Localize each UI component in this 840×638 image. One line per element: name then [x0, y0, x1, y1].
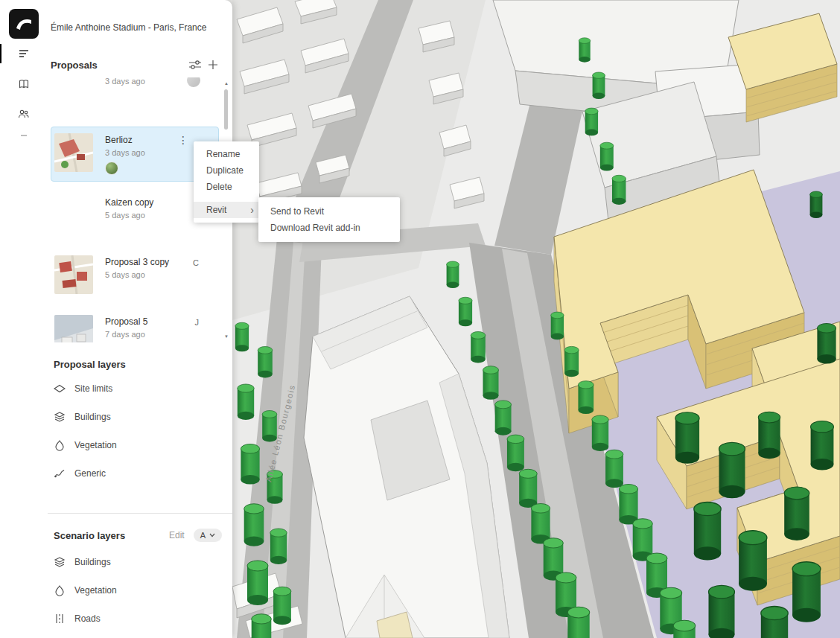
- layer-label: Vegetation: [74, 440, 117, 450]
- layer-label: Generic: [74, 468, 106, 479]
- scrollbar-thumb[interactable]: [224, 89, 228, 130]
- proposal-time: 3 days ago: [105, 148, 145, 157]
- left-panel: Émile Anthoine Stadium - Paris, France P…: [0, 0, 232, 638]
- scroll-down-icon[interactable]: ▼: [223, 334, 229, 339]
- vegetation-icon: [54, 584, 66, 596]
- proposals-title: Proposals: [51, 60, 186, 71]
- proposal-time: 3 days ago: [105, 77, 145, 86]
- proposal-info: 3 days ago: [105, 77, 145, 112]
- filter-icon[interactable]: [186, 57, 204, 73]
- buildings-icon: [54, 556, 66, 568]
- roads-icon: [54, 613, 66, 625]
- proposal-name: Proposal 5: [105, 316, 147, 327]
- chevron-right-icon: ›: [250, 202, 254, 218]
- proposal-name: Proposal 3 copy: [105, 257, 169, 267]
- proposal-layers-list: Site limits Buildings Vegetation Generic: [48, 374, 232, 488]
- project-title: Émile Anthoine Stadium - Paris, France: [48, 0, 232, 33]
- scenario-selector-value: A: [200, 531, 206, 540]
- rail-item-collaboration[interactable]: [0, 99, 48, 129]
- buildings-icon: [54, 411, 66, 423]
- layer-label: Vegetation: [74, 585, 117, 596]
- proposal-name: Kaizen copy: [105, 197, 153, 208]
- proposal-thumbnail: [54, 77, 93, 112]
- scroll-up-icon[interactable]: ▲: [223, 80, 229, 86]
- menu-item-revit-label: Revit: [206, 202, 226, 218]
- proposal-thumbnail: [54, 315, 93, 342]
- proposal-item-proposal-5[interactable]: Proposal 5 7 days ago J: [51, 308, 219, 342]
- proposal-layers-title: Proposal layers: [54, 359, 232, 370]
- proposal-time: 7 days ago: [105, 330, 147, 339]
- scenario-layer-vegetation[interactable]: Vegetation: [48, 576, 232, 604]
- proposal-name: Berlioz: [105, 135, 145, 145]
- rail-item-more[interactable]: [0, 125, 48, 146]
- site-limits-icon: [54, 383, 66, 395]
- layer-label: Buildings: [74, 557, 111, 567]
- proposal-thumbnail: [54, 255, 93, 294]
- context-menu: Rename Duplicate Delete Revit ›: [194, 141, 259, 223]
- rail-item-proposals[interactable]: [0, 39, 48, 68]
- scenario-layer-roads[interactable]: Roads: [48, 604, 232, 633]
- avatar: [105, 162, 118, 175]
- menu-item-send-to-revit[interactable]: Send to Revit: [258, 203, 400, 220]
- layer-label: Roads: [74, 613, 101, 624]
- proposal-info: Berlioz 3 days ago: [105, 133, 145, 175]
- city-scene: Allée Léon Bourgeois: [232, 0, 840, 638]
- proposals-header: Proposals: [51, 57, 222, 73]
- scenario-layers-title: Scenario layers: [54, 530, 169, 541]
- proposal-thumbnail: [54, 196, 93, 235]
- menu-item-rename[interactable]: Rename: [194, 146, 259, 162]
- chevron-down-icon: [209, 533, 215, 537]
- add-proposal-button[interactable]: [204, 57, 222, 73]
- layer-vegetation[interactable]: Vegetation: [48, 431, 232, 459]
- proposal-item-proposal-3-copy[interactable]: Proposal 3 copy 5 days ago C: [51, 249, 219, 301]
- forma-logo[interactable]: [9, 9, 39, 39]
- menu-item-revit[interactable]: Revit ›: [194, 202, 259, 218]
- menu-item-download-revit-addin[interactable]: Download Revit add-in: [258, 220, 400, 236]
- scenario-layer-buildings[interactable]: Buildings: [48, 548, 232, 576]
- edit-scenario-button[interactable]: Edit: [169, 530, 185, 540]
- revit-submenu: Send to Revit Download Revit add-in: [258, 197, 400, 242]
- nav-rail: [0, 0, 48, 638]
- menu-item-delete[interactable]: Delete: [194, 179, 259, 195]
- generic-icon: [54, 468, 66, 479]
- proposal-thumbnail: [54, 133, 93, 172]
- layer-site-limits[interactable]: Site limits: [48, 374, 232, 403]
- layer-buildings[interactable]: Buildings: [48, 403, 232, 431]
- scenario-selector[interactable]: A: [194, 529, 222, 542]
- proposal-info: Proposal 5 7 days ago: [105, 315, 147, 342]
- rail-item-library[interactable]: [0, 69, 48, 99]
- layer-label: Site limits: [74, 383, 112, 394]
- scenario-layers-list: Buildings Vegetation Roads: [48, 548, 232, 633]
- menu-item-duplicate[interactable]: Duplicate: [194, 162, 259, 179]
- collaborator-badge: J: [195, 318, 200, 327]
- proposals-panel: Émile Anthoine Stadium - Paris, France P…: [48, 0, 232, 638]
- more-options-icon[interactable]: ⋮: [178, 135, 188, 145]
- proposal-info: Kaizen copy 5 days ago: [105, 196, 153, 235]
- proposal-item[interactable]: 3 days ago: [51, 77, 219, 119]
- proposal-time: 5 days ago: [105, 270, 169, 279]
- layer-label: Buildings: [74, 412, 111, 422]
- proposal-time: 5 days ago: [105, 211, 153, 220]
- scenario-layers-header: Scenario layers Edit A: [48, 529, 222, 542]
- vegetation-icon: [54, 439, 66, 451]
- section-divider: [48, 513, 232, 514]
- avatar: [187, 77, 200, 87]
- collaborator-badge: C: [193, 258, 199, 267]
- layer-generic[interactable]: Generic: [48, 459, 232, 488]
- proposal-info: Proposal 3 copy 5 days ago: [105, 255, 169, 294]
